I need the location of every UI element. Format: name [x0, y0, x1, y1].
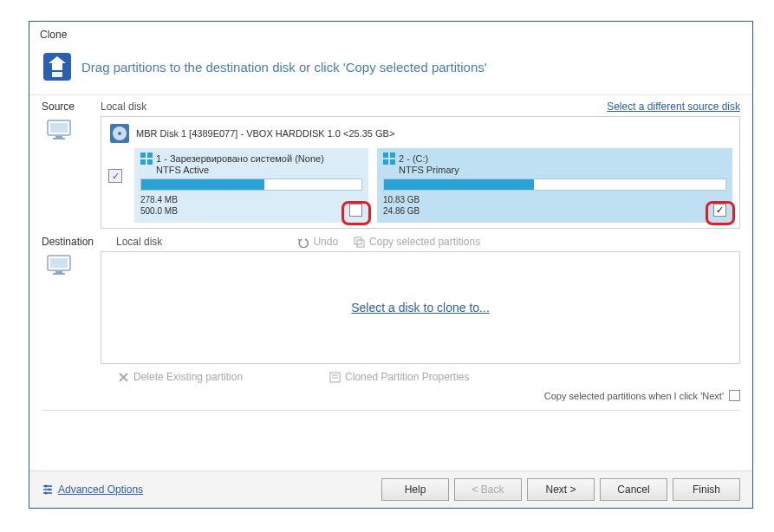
svg-rect-15	[383, 159, 388, 165]
copy-partitions-button[interactable]: Copy selected partitions	[354, 236, 480, 248]
app-icon	[42, 51, 73, 82]
svg-rect-18	[357, 240, 364, 247]
usage-bar	[383, 178, 726, 191]
source-sub: Local disk	[101, 101, 146, 113]
svg-rect-21	[55, 271, 62, 273]
svg-rect-5	[53, 138, 65, 139]
partitions-row: ✓ 1 - Зарезервировано системой (None) NT…	[108, 148, 732, 223]
windows-icon	[383, 152, 395, 165]
cancel-button[interactable]: Cancel	[600, 478, 667, 501]
svg-rect-12	[147, 159, 153, 165]
advanced-options-link[interactable]: Advanced Options	[42, 483, 143, 496]
partition-name: 2 - (C:)	[399, 153, 428, 164]
svg-rect-13	[383, 152, 388, 158]
svg-rect-17	[354, 237, 361, 244]
destination-toolbar: Destination Local disk Undo Copy selecte…	[29, 229, 752, 251]
help-button[interactable]: Help	[381, 478, 449, 501]
svg-point-31	[45, 492, 48, 495]
svg-rect-4	[55, 136, 62, 138]
svg-rect-14	[390, 152, 395, 158]
partition-1[interactable]: 1 - Зарезервировано системой (None) NTFS…	[134, 148, 368, 223]
disk-label: MBR Disk 1 [4389E077] - VBOX HARDDISK 1.…	[136, 128, 394, 139]
select-destination-link[interactable]: Select a disk to clone to...	[351, 301, 490, 315]
undo-icon	[297, 237, 309, 248]
delete-partition-button[interactable]: Delete Existing partition	[118, 371, 243, 383]
undo-button[interactable]: Undo	[297, 236, 338, 248]
partition-properties-button[interactable]: Cloned Partition Properties	[329, 371, 469, 383]
svg-rect-16	[390, 159, 395, 165]
clone-window: Clone Drag partitions to the destination…	[29, 21, 753, 509]
destination-panel: Select a disk to clone to...	[101, 251, 740, 364]
separator	[42, 410, 740, 411]
source-header-row: Source Local disk Select a different sou…	[29, 95, 752, 116]
delete-icon	[118, 372, 129, 383]
svg-rect-9	[140, 152, 146, 158]
copy-on-next-label: Copy selected partitions when I click 'N…	[544, 391, 724, 401]
lower-toolbar: Delete Existing partition Cloned Partiti…	[29, 364, 752, 386]
partition-2[interactable]: 2 - (C:) NTFS Primary 10.83 GB 24.86 GB …	[377, 148, 732, 223]
partition-stats: 10.83 GB 24.86 GB	[383, 194, 726, 217]
partition-fs: NTFS Active	[140, 165, 362, 175]
destination-body: Select a disk to clone to...	[29, 251, 752, 364]
destination-sub: Local disk	[116, 236, 162, 248]
svg-point-29	[45, 485, 48, 488]
svg-rect-10	[147, 152, 153, 158]
hdd-icon	[108, 122, 131, 145]
select-source-link[interactable]: Select a different source disk	[607, 101, 740, 113]
copy-on-next-checkbox[interactable]	[729, 390, 740, 401]
svg-rect-3	[50, 123, 68, 133]
partition-name: 1 - Зарезервировано системой (None)	[156, 153, 324, 164]
partition-1-checkbox[interactable]	[349, 204, 362, 217]
windows-icon	[140, 152, 153, 165]
partition-stats: 278.4 MB 500.0 MB	[140, 194, 362, 217]
footer-option-row: Copy selected partitions when I click 'N…	[29, 386, 752, 406]
header-text: Drag partitions to the destination disk …	[81, 60, 487, 75]
svg-point-30	[49, 489, 51, 491]
svg-point-8	[118, 132, 121, 135]
select-all-checkbox[interactable]: ✓	[108, 169, 122, 183]
svg-rect-11	[140, 159, 146, 165]
destination-side	[42, 251, 101, 364]
source-side	[42, 116, 101, 229]
destination-label: Destination	[42, 236, 101, 248]
window-title: Clone	[29, 22, 752, 44]
properties-icon	[329, 372, 341, 383]
source-body: MBR Disk 1 [4389E077] - VBOX HARDDISK 1.…	[29, 116, 752, 229]
svg-rect-22	[53, 273, 65, 275]
partition-2-checkbox[interactable]: ✓	[713, 204, 726, 217]
svg-rect-20	[50, 258, 68, 268]
next-button[interactable]: Next >	[527, 478, 595, 501]
header: Drag partitions to the destination disk …	[29, 44, 752, 95]
back-button[interactable]: < Back	[454, 478, 522, 501]
finish-button[interactable]: Finish	[673, 478, 740, 501]
source-label: Source	[42, 101, 101, 113]
copy-icon	[354, 237, 365, 248]
usage-bar	[140, 178, 362, 191]
monitor-icon	[47, 120, 71, 140]
svg-rect-1	[52, 72, 62, 77]
source-disk-panel: MBR Disk 1 [4389E077] - VBOX HARDDISK 1.…	[101, 116, 740, 229]
disk-row[interactable]: MBR Disk 1 [4389E077] - VBOX HARDDISK 1.…	[108, 122, 732, 145]
bottom-bar: Advanced Options Help < Back Next > Canc…	[29, 470, 752, 508]
monitor-icon	[47, 255, 71, 276]
partition-fs: NTFS Primary	[383, 165, 726, 175]
sliders-icon	[42, 483, 54, 496]
